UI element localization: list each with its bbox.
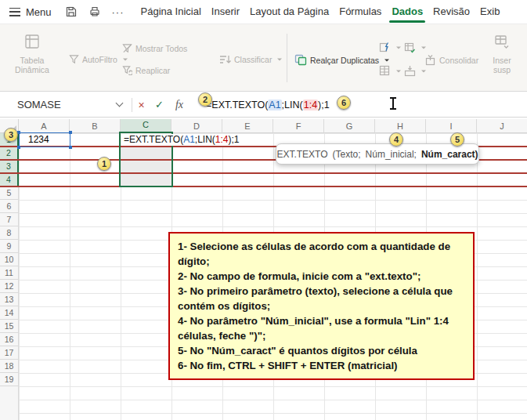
chevron-down-icon bbox=[123, 58, 128, 63]
row-header[interactable]: 14 bbox=[0, 306, 19, 320]
instruction-line: 4- No parâmetro "Núm_inicial", use a for… bbox=[178, 313, 465, 343]
remove-duplicates-button[interactable] bbox=[379, 65, 401, 77]
row-header[interactable]: 15 bbox=[0, 320, 19, 333]
row-header[interactable]: 5 bbox=[0, 186, 19, 200]
data-validation-icon bbox=[404, 42, 416, 53]
autofilter-label: AutoFiltro bbox=[82, 55, 117, 64]
save-icon[interactable] bbox=[64, 5, 78, 19]
chevron-down-icon bbox=[421, 46, 426, 51]
cell-c1-formula-edit[interactable]: =EXT.TEXTO(A1;LIN(1:4);1 bbox=[122, 134, 241, 146]
column-header[interactable]: I bbox=[426, 119, 477, 133]
row-header[interactable]: 6 bbox=[0, 200, 19, 213]
tab-dados[interactable]: Dados bbox=[392, 0, 423, 24]
menu-label: Menu bbox=[26, 6, 52, 18]
row-header[interactable]: 9 bbox=[0, 240, 19, 253]
reapply-filter-icon bbox=[122, 65, 132, 75]
column-header[interactable]: J bbox=[477, 119, 527, 133]
consolidate-icon bbox=[424, 54, 436, 66]
instruction-line: 5- No "Núm_caract" é quantos dígitos por… bbox=[178, 343, 465, 358]
instruction-line: 3- No primeiro parâmetro (texto), seleci… bbox=[178, 284, 465, 313]
row-header[interactable]: 13 bbox=[0, 293, 19, 306]
column-header[interactable]: F bbox=[273, 119, 324, 133]
column-header[interactable]: G bbox=[324, 119, 375, 133]
name-box[interactable]: SOMASE bbox=[0, 92, 132, 117]
row-header[interactable]: 8 bbox=[0, 226, 19, 240]
formula-ref-a1: A1 bbox=[268, 100, 281, 110]
row-header[interactable]: 2 bbox=[0, 147, 19, 160]
insert-label-line2: susp bbox=[493, 65, 511, 74]
row-header[interactable]: 3 bbox=[0, 160, 19, 173]
row-header[interactable]: 11 bbox=[0, 266, 19, 280]
row-header[interactable]: 17 bbox=[0, 346, 19, 360]
confirm-entry-button[interactable]: ✓ bbox=[150, 99, 168, 110]
highlight-duplicates-button[interactable]: Realçar Duplicatas bbox=[294, 54, 389, 66]
step-callout-3: 3 bbox=[4, 128, 18, 142]
instruction-line: 1- Selecione as células de acordo com a … bbox=[178, 239, 465, 269]
data-validation-button[interactable] bbox=[404, 42, 426, 53]
cell-a1[interactable]: 1234 bbox=[19, 132, 70, 147]
row-header[interactable]: 10 bbox=[0, 253, 19, 266]
annotation-line-row4 bbox=[0, 186, 527, 187]
tab-layout-da-pagina[interactable]: Layout da Página bbox=[250, 0, 329, 24]
column-header[interactable]: H bbox=[375, 119, 426, 133]
sort-button[interactable]: Classificar bbox=[219, 54, 282, 65]
step-callout-1: 1 bbox=[97, 157, 111, 171]
formula-ref-rows: 1:4 bbox=[303, 100, 318, 110]
column-header[interactable]: B bbox=[70, 119, 121, 133]
show-all-button[interactable]: Mostrar Todos bbox=[122, 43, 187, 53]
formula-bar: SOMASE × ✓ fx =EXT.TEXTO(A1;LIN(1:4);1 bbox=[0, 92, 527, 118]
tab-pagina-inicial[interactable]: Página Inicial bbox=[141, 0, 201, 24]
row-header[interactable]: 12 bbox=[0, 280, 19, 293]
print-icon[interactable] bbox=[88, 5, 102, 19]
tab-inserir[interactable]: Inserir bbox=[211, 0, 240, 24]
formula-mid: ;LIN( bbox=[282, 100, 303, 110]
highlight-duplicates-label: Realçar Duplicatas bbox=[310, 56, 379, 65]
tab-revisao[interactable]: Revisão bbox=[433, 0, 470, 24]
insert-function-button[interactable]: fx bbox=[170, 99, 189, 111]
insert-label-line1: Inser bbox=[493, 56, 511, 65]
top-bar: Menu ··· Página Inicial Inserir Layout d… bbox=[0, 0, 527, 24]
row-header-filler bbox=[0, 386, 19, 420]
autofilter-button[interactable]: AutoFiltro bbox=[69, 54, 128, 64]
column-header[interactable]: D bbox=[171, 119, 222, 133]
tooltip-function-name: EXT.TEXTO bbox=[276, 149, 327, 160]
flash-fill-icon bbox=[379, 42, 391, 53]
instruction-line: 6- No fim, CTRL + SHIFT + ENTER (matrici… bbox=[178, 358, 465, 373]
tab-formulas[interactable]: Fórmulas bbox=[339, 0, 381, 24]
quick-actions: ··· bbox=[64, 5, 125, 19]
formula-suffix: );1 bbox=[318, 100, 330, 110]
row-header[interactable]: 16 bbox=[0, 333, 19, 346]
flash-fill-button[interactable] bbox=[379, 42, 401, 53]
row-header[interactable]: 18 bbox=[0, 360, 19, 373]
insert-dropdown-icon bbox=[494, 34, 510, 49]
menu-button[interactable]: Menu bbox=[0, 6, 58, 18]
tab-exibir[interactable]: Exib bbox=[480, 0, 500, 24]
insert-dropdown-button[interactable]: Inser susp bbox=[478, 34, 526, 74]
remove-duplicates-icon bbox=[379, 65, 391, 77]
reapply-button[interactable]: Reaplicar bbox=[122, 65, 170, 75]
chevron-down-icon bbox=[277, 59, 282, 63]
chevron-down-icon bbox=[396, 70, 401, 74]
cell-formula-suffix: );1 bbox=[229, 134, 240, 145]
cell-formula-mid: ;LIN( bbox=[195, 134, 215, 145]
cancel-entry-button[interactable]: × bbox=[132, 99, 150, 111]
step-callout-4: 4 bbox=[389, 132, 403, 147]
pivot-table-button[interactable]: Tabela Dinâmica bbox=[8, 34, 56, 74]
formula-input[interactable]: =EXT.TEXTO(A1;LIN(1:4);1 bbox=[206, 100, 330, 110]
step-callout-5: 5 bbox=[450, 132, 464, 147]
sort-label: Classificar bbox=[234, 55, 272, 64]
row-header[interactable]: 4 bbox=[0, 173, 19, 186]
formula-prefix: =EXT.TEXTO( bbox=[206, 100, 268, 110]
column-header[interactable]: E bbox=[222, 119, 273, 133]
chevron-down-icon bbox=[384, 59, 389, 63]
column-header[interactable]: A bbox=[19, 119, 70, 133]
sort-icon bbox=[219, 54, 231, 65]
ribbon-separator bbox=[287, 34, 287, 82]
tooltip-arg-num-caract: Núm_caract) bbox=[421, 149, 478, 160]
row-header[interactable]: 19 bbox=[0, 373, 19, 386]
more-options-icon[interactable]: ··· bbox=[111, 5, 125, 19]
row-header[interactable]: 7 bbox=[0, 213, 19, 226]
text-to-columns-button[interactable] bbox=[404, 65, 426, 77]
consolidate-button[interactable]: Consolidar bbox=[424, 54, 478, 66]
instructions-note: 1- Selecione as células de acordo com a … bbox=[168, 232, 475, 380]
